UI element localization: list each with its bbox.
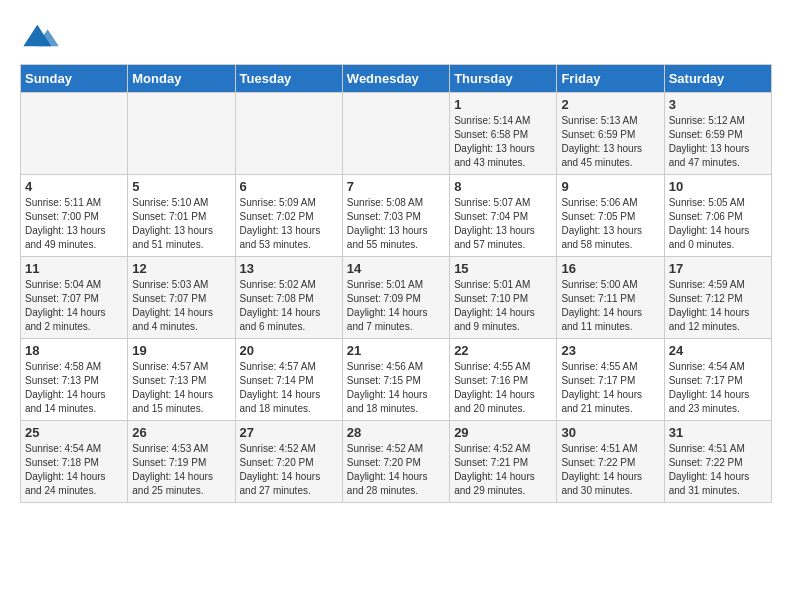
calendar-cell: 24Sunrise: 4:54 AMSunset: 7:17 PMDayligh…	[664, 339, 771, 421]
calendar-cell: 13Sunrise: 5:02 AMSunset: 7:08 PMDayligh…	[235, 257, 342, 339]
day-info: Sunrise: 4:56 AMSunset: 7:15 PMDaylight:…	[347, 360, 445, 416]
day-info: Sunrise: 4:55 AMSunset: 7:16 PMDaylight:…	[454, 360, 552, 416]
calendar-cell: 29Sunrise: 4:52 AMSunset: 7:21 PMDayligh…	[450, 421, 557, 503]
calendar-table: SundayMondayTuesdayWednesdayThursdayFrid…	[20, 64, 772, 503]
day-info: Sunrise: 5:14 AMSunset: 6:58 PMDaylight:…	[454, 114, 552, 170]
calendar-cell: 22Sunrise: 4:55 AMSunset: 7:16 PMDayligh…	[450, 339, 557, 421]
calendar-cell: 26Sunrise: 4:53 AMSunset: 7:19 PMDayligh…	[128, 421, 235, 503]
day-number: 24	[669, 343, 767, 358]
calendar-week-row: 18Sunrise: 4:58 AMSunset: 7:13 PMDayligh…	[21, 339, 772, 421]
day-number: 28	[347, 425, 445, 440]
day-number: 31	[669, 425, 767, 440]
day-number: 2	[561, 97, 659, 112]
weekday-header: Saturday	[664, 65, 771, 93]
calendar-cell: 4Sunrise: 5:11 AMSunset: 7:00 PMDaylight…	[21, 175, 128, 257]
calendar-cell	[21, 93, 128, 175]
day-number: 8	[454, 179, 552, 194]
day-number: 11	[25, 261, 123, 276]
day-number: 23	[561, 343, 659, 358]
day-info: Sunrise: 5:06 AMSunset: 7:05 PMDaylight:…	[561, 196, 659, 252]
day-info: Sunrise: 4:51 AMSunset: 7:22 PMDaylight:…	[669, 442, 767, 498]
day-number: 30	[561, 425, 659, 440]
calendar-cell: 7Sunrise: 5:08 AMSunset: 7:03 PMDaylight…	[342, 175, 449, 257]
day-info: Sunrise: 5:10 AMSunset: 7:01 PMDaylight:…	[132, 196, 230, 252]
logo-icon	[22, 20, 62, 48]
day-number: 9	[561, 179, 659, 194]
weekday-header: Thursday	[450, 65, 557, 93]
calendar-cell: 2Sunrise: 5:13 AMSunset: 6:59 PMDaylight…	[557, 93, 664, 175]
calendar-cell: 23Sunrise: 4:55 AMSunset: 7:17 PMDayligh…	[557, 339, 664, 421]
page-header	[20, 20, 772, 48]
weekday-header: Monday	[128, 65, 235, 93]
calendar-cell: 9Sunrise: 5:06 AMSunset: 7:05 PMDaylight…	[557, 175, 664, 257]
calendar-week-row: 1Sunrise: 5:14 AMSunset: 6:58 PMDaylight…	[21, 93, 772, 175]
day-number: 22	[454, 343, 552, 358]
day-number: 20	[240, 343, 338, 358]
calendar-cell: 20Sunrise: 4:57 AMSunset: 7:14 PMDayligh…	[235, 339, 342, 421]
day-number: 15	[454, 261, 552, 276]
day-info: Sunrise: 4:52 AMSunset: 7:20 PMDaylight:…	[240, 442, 338, 498]
day-info: Sunrise: 4:52 AMSunset: 7:20 PMDaylight:…	[347, 442, 445, 498]
day-info: Sunrise: 5:04 AMSunset: 7:07 PMDaylight:…	[25, 278, 123, 334]
calendar-cell: 10Sunrise: 5:05 AMSunset: 7:06 PMDayligh…	[664, 175, 771, 257]
day-number: 26	[132, 425, 230, 440]
logo-content	[20, 20, 62, 48]
day-number: 25	[25, 425, 123, 440]
day-info: Sunrise: 5:09 AMSunset: 7:02 PMDaylight:…	[240, 196, 338, 252]
day-info: Sunrise: 5:07 AMSunset: 7:04 PMDaylight:…	[454, 196, 552, 252]
weekday-header: Tuesday	[235, 65, 342, 93]
weekday-header: Wednesday	[342, 65, 449, 93]
calendar-cell: 1Sunrise: 5:14 AMSunset: 6:58 PMDaylight…	[450, 93, 557, 175]
calendar-cell: 11Sunrise: 5:04 AMSunset: 7:07 PMDayligh…	[21, 257, 128, 339]
calendar-cell: 6Sunrise: 5:09 AMSunset: 7:02 PMDaylight…	[235, 175, 342, 257]
logo	[20, 20, 62, 48]
day-info: Sunrise: 5:12 AMSunset: 6:59 PMDaylight:…	[669, 114, 767, 170]
day-number: 19	[132, 343, 230, 358]
day-number: 5	[132, 179, 230, 194]
calendar-cell: 27Sunrise: 4:52 AMSunset: 7:20 PMDayligh…	[235, 421, 342, 503]
day-number: 6	[240, 179, 338, 194]
calendar-cell	[235, 93, 342, 175]
day-info: Sunrise: 5:08 AMSunset: 7:03 PMDaylight:…	[347, 196, 445, 252]
day-info: Sunrise: 5:03 AMSunset: 7:07 PMDaylight:…	[132, 278, 230, 334]
calendar-cell: 3Sunrise: 5:12 AMSunset: 6:59 PMDaylight…	[664, 93, 771, 175]
day-info: Sunrise: 5:05 AMSunset: 7:06 PMDaylight:…	[669, 196, 767, 252]
day-number: 14	[347, 261, 445, 276]
day-info: Sunrise: 4:58 AMSunset: 7:13 PMDaylight:…	[25, 360, 123, 416]
calendar-cell: 25Sunrise: 4:54 AMSunset: 7:18 PMDayligh…	[21, 421, 128, 503]
calendar-cell: 16Sunrise: 5:00 AMSunset: 7:11 PMDayligh…	[557, 257, 664, 339]
day-info: Sunrise: 5:02 AMSunset: 7:08 PMDaylight:…	[240, 278, 338, 334]
day-info: Sunrise: 4:52 AMSunset: 7:21 PMDaylight:…	[454, 442, 552, 498]
day-info: Sunrise: 4:57 AMSunset: 7:13 PMDaylight:…	[132, 360, 230, 416]
day-info: Sunrise: 4:54 AMSunset: 7:17 PMDaylight:…	[669, 360, 767, 416]
calendar-cell: 14Sunrise: 5:01 AMSunset: 7:09 PMDayligh…	[342, 257, 449, 339]
day-number: 1	[454, 97, 552, 112]
day-info: Sunrise: 4:59 AMSunset: 7:12 PMDaylight:…	[669, 278, 767, 334]
day-info: Sunrise: 5:00 AMSunset: 7:11 PMDaylight:…	[561, 278, 659, 334]
calendar-cell	[128, 93, 235, 175]
calendar-cell: 15Sunrise: 5:01 AMSunset: 7:10 PMDayligh…	[450, 257, 557, 339]
day-info: Sunrise: 5:01 AMSunset: 7:10 PMDaylight:…	[454, 278, 552, 334]
calendar-cell	[342, 93, 449, 175]
weekday-header-row: SundayMondayTuesdayWednesdayThursdayFrid…	[21, 65, 772, 93]
calendar-cell: 8Sunrise: 5:07 AMSunset: 7:04 PMDaylight…	[450, 175, 557, 257]
day-number: 10	[669, 179, 767, 194]
weekday-header: Sunday	[21, 65, 128, 93]
weekday-header: Friday	[557, 65, 664, 93]
day-number: 7	[347, 179, 445, 194]
calendar-cell: 30Sunrise: 4:51 AMSunset: 7:22 PMDayligh…	[557, 421, 664, 503]
day-number: 27	[240, 425, 338, 440]
day-number: 13	[240, 261, 338, 276]
calendar-cell: 17Sunrise: 4:59 AMSunset: 7:12 PMDayligh…	[664, 257, 771, 339]
day-info: Sunrise: 4:53 AMSunset: 7:19 PMDaylight:…	[132, 442, 230, 498]
day-info: Sunrise: 5:11 AMSunset: 7:00 PMDaylight:…	[25, 196, 123, 252]
day-info: Sunrise: 4:55 AMSunset: 7:17 PMDaylight:…	[561, 360, 659, 416]
day-info: Sunrise: 4:57 AMSunset: 7:14 PMDaylight:…	[240, 360, 338, 416]
calendar-cell: 21Sunrise: 4:56 AMSunset: 7:15 PMDayligh…	[342, 339, 449, 421]
day-info: Sunrise: 4:54 AMSunset: 7:18 PMDaylight:…	[25, 442, 123, 498]
day-number: 17	[669, 261, 767, 276]
day-number: 4	[25, 179, 123, 194]
calendar-cell: 28Sunrise: 4:52 AMSunset: 7:20 PMDayligh…	[342, 421, 449, 503]
day-number: 12	[132, 261, 230, 276]
day-number: 16	[561, 261, 659, 276]
